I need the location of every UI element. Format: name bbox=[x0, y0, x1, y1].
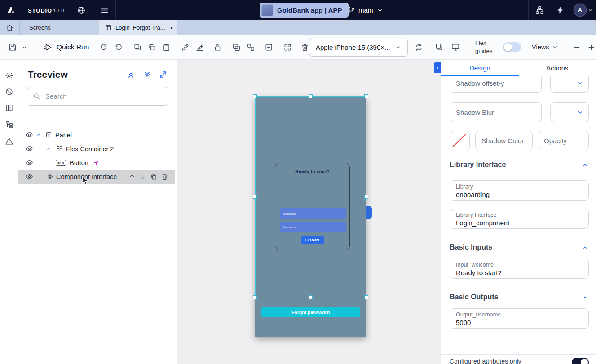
resize-handle[interactable] bbox=[253, 195, 257, 199]
style-painter-button[interactable] bbox=[193, 41, 206, 53]
resize-handle[interactable] bbox=[253, 295, 257, 299]
library-interface-field[interactable]: Library Interface Login_component bbox=[450, 209, 589, 229]
search-icon bbox=[33, 92, 40, 100]
password-field[interactable]: Password bbox=[280, 222, 346, 232]
visibility-toggle[interactable] bbox=[26, 131, 33, 139]
duplicate-node-button[interactable] bbox=[150, 173, 157, 180]
resize-handle[interactable] bbox=[364, 94, 368, 98]
user-avatar[interactable]: A bbox=[574, 4, 586, 16]
branch-selector[interactable]: main bbox=[347, 0, 384, 20]
device-selector[interactable]: Apple iPhone 15 (390×... bbox=[309, 38, 408, 57]
copy-button[interactable] bbox=[146, 41, 158, 53]
tab-actions[interactable]: Actions bbox=[519, 60, 596, 76]
resize-handle[interactable] bbox=[253, 94, 257, 98]
tab-login-forgot-page[interactable]: Login_Forgot_Pa... • bbox=[99, 20, 177, 35]
tree-item-label: Panel bbox=[55, 132, 72, 139]
shadow-blur-unit-dropdown[interactable] bbox=[550, 102, 589, 122]
shadow-blur-input[interactable]: Shadow Blur bbox=[450, 102, 542, 122]
visibility-toggle[interactable] bbox=[26, 173, 33, 180]
settings-strip-button[interactable] bbox=[0, 68, 18, 83]
quick-actions-button[interactable] bbox=[552, 0, 568, 20]
language-globe-button[interactable] bbox=[73, 0, 89, 20]
save-button[interactable] bbox=[6, 41, 19, 53]
undo-button[interactable] bbox=[97, 41, 110, 53]
collapse-chevron[interactable] bbox=[46, 146, 52, 152]
library-strip-button[interactable] bbox=[0, 100, 18, 115]
duplicate-screen-button[interactable] bbox=[433, 41, 446, 53]
login-button[interactable]: LOGIN bbox=[301, 236, 324, 244]
component-hierarchy-button[interactable] bbox=[531, 0, 547, 20]
configured-attributes-label: Configured attributes only bbox=[450, 358, 521, 364]
refresh-preview-button[interactable] bbox=[412, 41, 425, 53]
section-collapse-button[interactable] bbox=[582, 244, 588, 251]
login-card[interactable]: Ready to start? username Password LOGIN bbox=[275, 163, 350, 250]
warnings-strip-button[interactable] bbox=[0, 133, 18, 149]
tree-item-panel[interactable]: Panel bbox=[18, 128, 175, 142]
tree-item-button[interactable]: BTN Button bbox=[18, 156, 175, 170]
quick-run-button[interactable]: Quick Run bbox=[43, 35, 89, 60]
delete-node-button[interactable] bbox=[161, 173, 168, 180]
expand-panel-button[interactable] bbox=[159, 70, 167, 79]
shadow-offset-y-input[interactable]: Shadow offset-y bbox=[450, 76, 542, 93]
output-username-field[interactable]: Output_username 5000 bbox=[450, 308, 589, 329]
panel-collapse-button[interactable] bbox=[434, 62, 441, 73]
move-down-button[interactable] bbox=[139, 173, 146, 180]
opacity-input[interactable]: Opacity bbox=[538, 131, 589, 150]
rename-button[interactable] bbox=[179, 41, 191, 53]
shadow-color-swatch[interactable] bbox=[450, 131, 470, 150]
shadow-color-input[interactable]: Shadow Color bbox=[475, 131, 533, 150]
design-canvas[interactable]: Ready to start? username Password LOGIN … bbox=[177, 60, 441, 364]
preview-monitor-button[interactable] bbox=[449, 41, 462, 53]
field-label: Library bbox=[456, 184, 473, 190]
zoom-out-button[interactable] bbox=[570, 41, 583, 53]
ungroup-button[interactable] bbox=[244, 41, 257, 53]
drag-handle[interactable] bbox=[366, 206, 372, 219]
phone-artboard[interactable]: Ready to start? username Password LOGIN … bbox=[255, 96, 366, 337]
section-collapse-button[interactable] bbox=[582, 294, 588, 301]
forgot-password-button[interactable]: Forgot password bbox=[261, 307, 360, 317]
search-input[interactable] bbox=[27, 87, 168, 106]
save-options-button[interactable] bbox=[20, 41, 29, 53]
expand-all-button[interactable] bbox=[143, 70, 151, 79]
add-frame-button[interactable] bbox=[262, 41, 275, 53]
restrictions-strip-button[interactable] bbox=[0, 84, 18, 99]
copy-icon bbox=[150, 173, 157, 180]
configured-attributes-toggle[interactable] bbox=[572, 358, 589, 364]
account-chevron-down-icon[interactable] bbox=[587, 7, 594, 13]
tab-design[interactable]: Design bbox=[441, 60, 519, 76]
resize-handle[interactable] bbox=[309, 94, 313, 98]
redo-button[interactable] bbox=[112, 41, 125, 53]
flex-guides-toggle[interactable] bbox=[503, 42, 521, 52]
main-menu-button[interactable] bbox=[96, 0, 112, 20]
tab-screens-label: Screens bbox=[29, 24, 51, 31]
treeview-strip-button[interactable] bbox=[0, 117, 18, 132]
duplicate-button[interactable] bbox=[131, 41, 144, 53]
paste-button[interactable] bbox=[160, 41, 172, 53]
components-grid-button[interactable] bbox=[281, 41, 294, 53]
collapse-chevron[interactable] bbox=[36, 132, 42, 138]
home-tab[interactable] bbox=[0, 20, 20, 35]
tree-item-flex-container[interactable]: Flex Container 2 bbox=[18, 142, 175, 156]
zoom-in-button[interactable] bbox=[585, 41, 596, 53]
move-up-button[interactable] bbox=[128, 173, 136, 180]
library-field[interactable]: Library onboarding bbox=[450, 180, 589, 201]
lock-button[interactable] bbox=[211, 41, 224, 53]
visibility-toggle[interactable] bbox=[26, 145, 33, 153]
group-button[interactable] bbox=[230, 41, 243, 53]
tree-item-component-interface[interactable]: Component Interface bbox=[18, 170, 175, 184]
username-field[interactable]: username bbox=[280, 208, 346, 219]
resize-handle[interactable] bbox=[364, 195, 368, 199]
warning-icon bbox=[5, 137, 13, 145]
views-dropdown[interactable]: Views bbox=[532, 35, 559, 60]
collapse-all-button[interactable] bbox=[127, 70, 135, 79]
tab-screens[interactable]: Screens bbox=[20, 20, 99, 35]
app-logo-button[interactable] bbox=[0, 0, 22, 20]
resize-handle[interactable] bbox=[364, 295, 368, 299]
section-collapse-button[interactable] bbox=[582, 162, 588, 168]
field-value: onboarding bbox=[456, 191, 490, 198]
shadow-offset-y-unit-dropdown[interactable] bbox=[550, 76, 589, 93]
resize-handle[interactable] bbox=[309, 295, 313, 299]
input-welcome-field[interactable]: Input_welcome Ready to start? bbox=[450, 259, 589, 279]
visibility-toggle[interactable] bbox=[26, 159, 33, 167]
project-chip[interactable]: GoldBank app | APP bbox=[260, 3, 349, 18]
